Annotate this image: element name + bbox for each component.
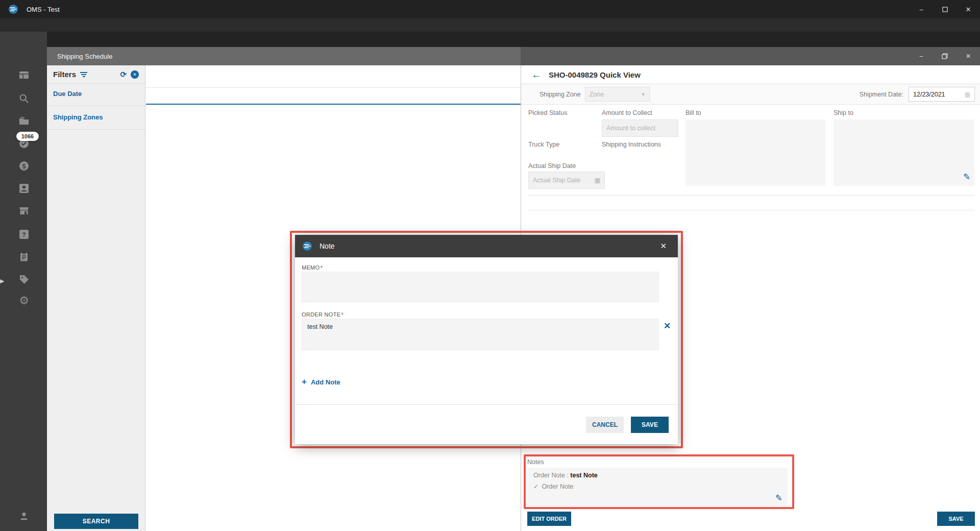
save-button[interactable]: SAVE bbox=[631, 417, 669, 433]
order-note-textarea[interactable]: test Note bbox=[302, 319, 659, 350]
bill-to-box bbox=[685, 119, 825, 186]
memo-label: MEMO* bbox=[302, 264, 323, 272]
store-icon[interactable] bbox=[18, 205, 30, 216]
close-icon[interactable]: ✕ bbox=[957, 0, 980, 18]
dashboard-icon[interactable] bbox=[18, 69, 30, 81]
minimize-icon[interactable]: – bbox=[910, 0, 933, 18]
subwindow-controls: – ✕ bbox=[521, 47, 980, 65]
quick-view-items-table bbox=[527, 195, 974, 210]
quick-view-title: SHO-0049829 Quick View bbox=[549, 70, 641, 79]
help-icon[interactable]: ? bbox=[18, 229, 30, 240]
amount-to-collect-input[interactable]: Amount to collect bbox=[602, 119, 678, 137]
maximize-icon[interactable] bbox=[933, 0, 957, 18]
bill-to-label: Bill to bbox=[685, 109, 701, 116]
subwindow-minimize-icon[interactable]: – bbox=[910, 47, 933, 65]
search-icon[interactable] bbox=[18, 93, 30, 104]
list-action-bar bbox=[146, 511, 521, 531]
window-controls: – ✕ bbox=[910, 0, 980, 18]
app-logo-icon bbox=[8, 4, 18, 14]
notes-box: Order Note : test Note ✓ Order Note ✎ bbox=[527, 468, 788, 506]
customers-person-icon[interactable] bbox=[18, 183, 30, 194]
edit-order-button[interactable]: EDIT ORDER bbox=[527, 512, 571, 526]
panel-expand-arrow-icon[interactable]: ▶ bbox=[0, 278, 4, 284]
table-header bbox=[146, 88, 521, 105]
menu-bar bbox=[0, 18, 980, 32]
clear-filters-icon[interactable]: ✕ bbox=[131, 70, 139, 79]
shipment-date-label: Shipment Date: bbox=[860, 91, 903, 98]
quick-view-save-button[interactable]: SAVE bbox=[937, 512, 975, 526]
shipping-instructions-label: Shipping Instructions bbox=[602, 141, 661, 148]
status-tabs bbox=[146, 65, 521, 88]
ship-to-label: Ship to bbox=[834, 109, 853, 116]
user-profile-icon[interactable] bbox=[18, 511, 30, 522]
settings-gear-icon[interactable]: ⚙ bbox=[18, 295, 30, 306]
subwindow-title: Shipping Schedule bbox=[57, 53, 112, 60]
clipboard-icon[interactable] bbox=[18, 251, 30, 262]
window-titlebar: OMS - Test – ✕ bbox=[0, 0, 980, 18]
shipping-zone-label: Shipping Zone bbox=[540, 91, 581, 98]
back-arrow-icon[interactable]: ← bbox=[531, 69, 542, 81]
document-tab-strip bbox=[47, 32, 980, 47]
picked-status-label: Picked Status bbox=[528, 109, 567, 116]
edit-notes-pencil-icon[interactable]: ✎ bbox=[775, 493, 782, 503]
filter-funnel-icon bbox=[80, 72, 87, 77]
amount-to-collect-label: Amount to Collect bbox=[602, 109, 652, 116]
plus-icon: + bbox=[302, 377, 307, 387]
add-note-link[interactable]: + Add Note bbox=[302, 377, 340, 387]
svg-text:?: ? bbox=[22, 231, 26, 238]
actual-ship-date-input[interactable]: Actual Ship Date ▦ bbox=[528, 172, 605, 189]
memo-textarea[interactable] bbox=[302, 272, 659, 302]
remove-note-x-icon[interactable]: ✕ bbox=[664, 321, 671, 331]
filters-title: Filters bbox=[53, 70, 76, 79]
cancel-button[interactable]: CANCEL bbox=[586, 417, 624, 433]
calendar-icon: ▦ bbox=[595, 177, 600, 184]
notification-badge: 1066 bbox=[16, 132, 39, 141]
payments-dollar-icon[interactable]: $ bbox=[18, 160, 30, 172]
svg-text:$: $ bbox=[22, 163, 26, 170]
app-logo-icon bbox=[302, 241, 312, 251]
subwindow-restore-icon[interactable] bbox=[933, 47, 957, 65]
notes-label: Notes bbox=[527, 458, 544, 466]
ship-to-box bbox=[834, 119, 974, 186]
calendar-icon: ▦ bbox=[965, 91, 970, 98]
note-modal: Note ✕ MEMO* ORDER NOTE* test Note ✕ + A… bbox=[295, 235, 678, 444]
refresh-icon[interactable]: ⟳ bbox=[120, 70, 127, 79]
shipping-zone-select[interactable]: Zone▼ bbox=[585, 87, 650, 102]
quick-view-info-bar: Shipping Zone Zone▼ Shipment Date: 12/23… bbox=[521, 84, 980, 105]
edit-ship-to-pencil-icon[interactable]: ✎ bbox=[963, 172, 970, 182]
shipping-zones-section-title: Shipping Zones bbox=[53, 113, 139, 121]
left-icon-rail: $ ? ⚙ 1066 bbox=[0, 32, 47, 531]
due-date-section-title: Due Date bbox=[53, 90, 139, 98]
order-note-label: ORDER NOTE* bbox=[302, 311, 344, 319]
subwindow-titlebar: Shipping Schedule – ✕ bbox=[47, 47, 980, 65]
modal-title: Note bbox=[320, 242, 335, 250]
filters-panel: Filters ⟳ ✕ Due Date Shipping Zones SEAR… bbox=[47, 65, 145, 531]
shipment-date-input[interactable]: 12/23/2021 ▦ bbox=[909, 87, 975, 102]
tag-icon[interactable] bbox=[18, 274, 30, 285]
check-icon: ✓ bbox=[533, 482, 538, 490]
truck-type-label: Truck Type bbox=[528, 141, 559, 148]
subwindow-close-icon[interactable]: ✕ bbox=[957, 47, 980, 65]
actual-ship-date-label: Actual Ship Date bbox=[528, 162, 576, 170]
modal-close-icon[interactable]: ✕ bbox=[656, 239, 671, 253]
folders-icon[interactable] bbox=[18, 115, 30, 127]
window-title: OMS - Test bbox=[27, 6, 60, 13]
search-button[interactable]: SEARCH bbox=[54, 514, 138, 529]
